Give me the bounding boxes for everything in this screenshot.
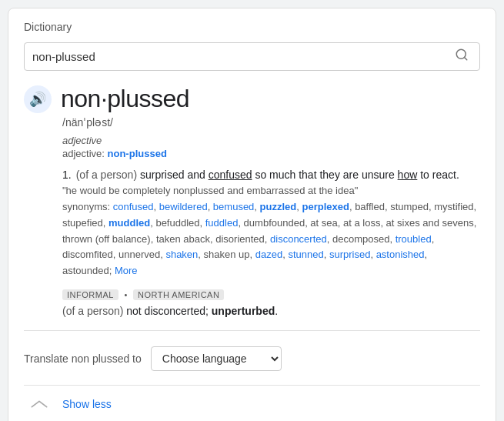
syn-puzzled[interactable]: puzzled [260,201,297,212]
show-less-label[interactable]: Show less [62,398,112,410]
translate-row: Translate non plussed to Choose language… [24,342,480,376]
dictionary-card: Dictionary 🔊 non·plussed /nänˈpləst/ adj… [8,8,496,421]
definitions-list: 1.(of a person) surprised and confused s… [62,167,480,319]
def-text-1: 1.(of a person) surprised and confused s… [62,167,480,183]
syn-bewildered[interactable]: bewildered [159,201,208,212]
more-synonyms-link[interactable]: More [115,265,138,276]
syn-confused[interactable]: confused [113,201,154,212]
show-less-button[interactable] [24,393,55,415]
pos-full: adjective: non-plussed [62,148,480,159]
search-bar [24,42,480,71]
feedback-row: Feedback [24,418,480,421]
syn-troubled[interactable]: troubled [396,233,432,245]
def-end-2: . [275,305,278,317]
pos-label: adjective [62,135,480,146]
syn-shaken[interactable]: shaken [165,249,198,260]
def-paren-1: (of a person) [76,169,137,181]
pos-full-prefix: adjective: [62,148,105,159]
speaker-button[interactable]: 🔊 [24,85,52,113]
search-input[interactable] [32,50,452,63]
divider-1 [24,330,480,331]
syn-astonished[interactable]: astonished [376,249,425,260]
search-icon [455,48,469,62]
svg-line-1 [464,57,466,59]
syn-dazed[interactable]: dazed [255,249,282,260]
syn-muddled[interactable]: muddled [108,217,150,229]
synonyms-1: synonyms: confused, bewildered, bemused,… [62,199,480,279]
page-title: Dictionary [24,21,480,33]
def-bold-2: unperturbed [212,305,275,317]
def-example-1: "he would be completely nonplussed and e… [62,185,480,196]
definition-item-2: INFORMAL • NORTH AMERICAN (of a person) … [62,289,480,319]
def-main-2: not disconcerted; [123,305,211,317]
def-number-1: 1. [62,169,72,181]
translate-label: Translate non plussed to [24,353,142,365]
syn-stunned[interactable]: stunned [288,249,323,260]
syn-bemused[interactable]: bemused [213,201,254,212]
definition-item-1: 1.(of a person) surprised and confused s… [62,167,480,279]
show-less-row: Show less [24,386,480,418]
pronunciation: /nänˈpləst/ [62,116,480,129]
chevron-up-icon [30,399,48,409]
syn-perplexed[interactable]: perplexed [302,201,349,212]
language-select[interactable]: Choose language Spanish French German It… [151,346,282,371]
def-main-1: surprised and confused so much that they… [137,169,459,181]
informal-badge: INFORMAL [62,289,118,300]
syn-disconcerted[interactable]: disconcerted [270,233,327,245]
informal-line: INFORMAL • NORTH AMERICAN [62,289,480,300]
def-paren-2: (of a person) [62,305,123,317]
def-text-2: (of a person) not disconcerted; unpertur… [62,303,480,319]
north-american-badge: NORTH AMERICAN [133,289,224,300]
pos-full-word: non-plussed [108,148,167,159]
syn-surprised[interactable]: surprised [329,249,370,260]
synonyms-label-1: synonyms: [62,201,113,212]
speaker-icon: 🔊 [29,91,46,108]
syn-fuddled[interactable]: fuddled [205,217,239,229]
search-button[interactable] [452,48,472,65]
word-display: non·plussed [61,85,189,113]
word-header: 🔊 non·plussed [24,85,480,113]
